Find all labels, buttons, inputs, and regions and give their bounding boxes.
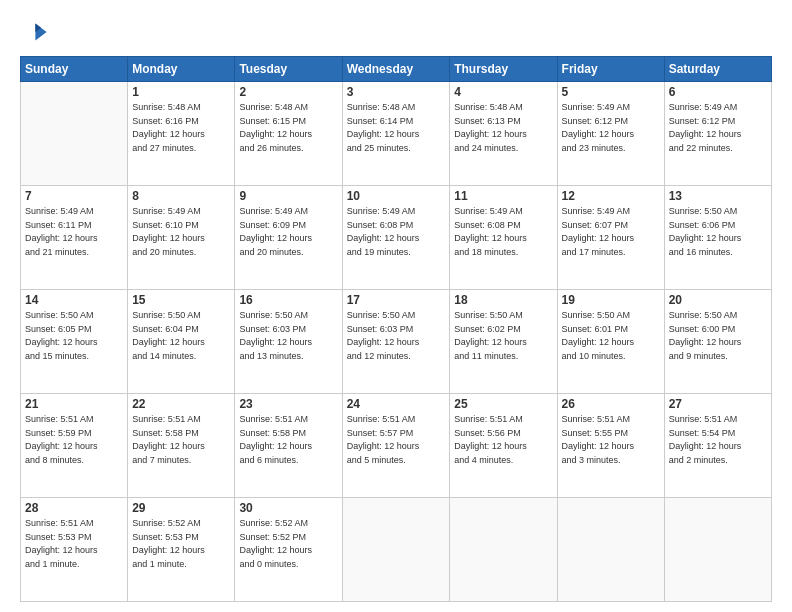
day-number: 11 — [454, 189, 552, 203]
day-number: 4 — [454, 85, 552, 99]
day-number: 28 — [25, 501, 123, 515]
calendar-cell: 8Sunrise: 5:49 AM Sunset: 6:10 PM Daylig… — [128, 186, 235, 290]
day-number: 9 — [239, 189, 337, 203]
day-number: 16 — [239, 293, 337, 307]
calendar-cell: 26Sunrise: 5:51 AM Sunset: 5:55 PM Dayli… — [557, 394, 664, 498]
calendar-cell: 11Sunrise: 5:49 AM Sunset: 6:08 PM Dayli… — [450, 186, 557, 290]
calendar-cell: 10Sunrise: 5:49 AM Sunset: 6:08 PM Dayli… — [342, 186, 450, 290]
calendar-cell — [664, 498, 771, 602]
day-number: 2 — [239, 85, 337, 99]
header — [20, 18, 772, 46]
calendar-cell: 5Sunrise: 5:49 AM Sunset: 6:12 PM Daylig… — [557, 82, 664, 186]
day-info: Sunrise: 5:51 AM Sunset: 5:53 PM Dayligh… — [25, 517, 123, 571]
calendar-cell: 19Sunrise: 5:50 AM Sunset: 6:01 PM Dayli… — [557, 290, 664, 394]
calendar-cell: 6Sunrise: 5:49 AM Sunset: 6:12 PM Daylig… — [664, 82, 771, 186]
calendar-cell — [342, 498, 450, 602]
calendar-header-row: SundayMondayTuesdayWednesdayThursdayFrid… — [21, 57, 772, 82]
col-header-sunday: Sunday — [21, 57, 128, 82]
day-info: Sunrise: 5:49 AM Sunset: 6:10 PM Dayligh… — [132, 205, 230, 259]
day-number: 24 — [347, 397, 446, 411]
day-number: 10 — [347, 189, 446, 203]
day-number: 1 — [132, 85, 230, 99]
calendar-week-4: 28Sunrise: 5:51 AM Sunset: 5:53 PM Dayli… — [21, 498, 772, 602]
calendar-cell: 18Sunrise: 5:50 AM Sunset: 6:02 PM Dayli… — [450, 290, 557, 394]
calendar-cell: 24Sunrise: 5:51 AM Sunset: 5:57 PM Dayli… — [342, 394, 450, 498]
day-info: Sunrise: 5:49 AM Sunset: 6:08 PM Dayligh… — [347, 205, 446, 259]
calendar-cell: 23Sunrise: 5:51 AM Sunset: 5:58 PM Dayli… — [235, 394, 342, 498]
calendar-cell: 2Sunrise: 5:48 AM Sunset: 6:15 PM Daylig… — [235, 82, 342, 186]
day-info: Sunrise: 5:49 AM Sunset: 6:11 PM Dayligh… — [25, 205, 123, 259]
day-number: 21 — [25, 397, 123, 411]
day-info: Sunrise: 5:50 AM Sunset: 6:04 PM Dayligh… — [132, 309, 230, 363]
day-info: Sunrise: 5:51 AM Sunset: 5:59 PM Dayligh… — [25, 413, 123, 467]
day-number: 19 — [562, 293, 660, 307]
day-info: Sunrise: 5:50 AM Sunset: 6:06 PM Dayligh… — [669, 205, 767, 259]
day-number: 5 — [562, 85, 660, 99]
calendar-cell: 21Sunrise: 5:51 AM Sunset: 5:59 PM Dayli… — [21, 394, 128, 498]
day-number: 15 — [132, 293, 230, 307]
calendar-cell: 13Sunrise: 5:50 AM Sunset: 6:06 PM Dayli… — [664, 186, 771, 290]
day-info: Sunrise: 5:51 AM Sunset: 5:58 PM Dayligh… — [239, 413, 337, 467]
col-header-wednesday: Wednesday — [342, 57, 450, 82]
day-info: Sunrise: 5:52 AM Sunset: 5:52 PM Dayligh… — [239, 517, 337, 571]
calendar-cell: 1Sunrise: 5:48 AM Sunset: 6:16 PM Daylig… — [128, 82, 235, 186]
col-header-thursday: Thursday — [450, 57, 557, 82]
day-info: Sunrise: 5:51 AM Sunset: 5:58 PM Dayligh… — [132, 413, 230, 467]
day-number: 25 — [454, 397, 552, 411]
calendar-cell: 14Sunrise: 5:50 AM Sunset: 6:05 PM Dayli… — [21, 290, 128, 394]
day-number: 30 — [239, 501, 337, 515]
calendar-cell — [450, 498, 557, 602]
calendar-cell: 22Sunrise: 5:51 AM Sunset: 5:58 PM Dayli… — [128, 394, 235, 498]
day-info: Sunrise: 5:51 AM Sunset: 5:54 PM Dayligh… — [669, 413, 767, 467]
logo-icon — [20, 18, 48, 46]
day-info: Sunrise: 5:48 AM Sunset: 6:15 PM Dayligh… — [239, 101, 337, 155]
calendar-cell: 16Sunrise: 5:50 AM Sunset: 6:03 PM Dayli… — [235, 290, 342, 394]
col-header-friday: Friday — [557, 57, 664, 82]
day-info: Sunrise: 5:51 AM Sunset: 5:57 PM Dayligh… — [347, 413, 446, 467]
day-number: 3 — [347, 85, 446, 99]
calendar-cell: 12Sunrise: 5:49 AM Sunset: 6:07 PM Dayli… — [557, 186, 664, 290]
day-info: Sunrise: 5:50 AM Sunset: 6:01 PM Dayligh… — [562, 309, 660, 363]
calendar-week-1: 7Sunrise: 5:49 AM Sunset: 6:11 PM Daylig… — [21, 186, 772, 290]
day-info: Sunrise: 5:50 AM Sunset: 6:00 PM Dayligh… — [669, 309, 767, 363]
day-number: 29 — [132, 501, 230, 515]
day-number: 23 — [239, 397, 337, 411]
calendar-cell — [557, 498, 664, 602]
day-info: Sunrise: 5:49 AM Sunset: 6:08 PM Dayligh… — [454, 205, 552, 259]
day-number: 22 — [132, 397, 230, 411]
day-number: 8 — [132, 189, 230, 203]
day-info: Sunrise: 5:48 AM Sunset: 6:13 PM Dayligh… — [454, 101, 552, 155]
day-info: Sunrise: 5:48 AM Sunset: 6:14 PM Dayligh… — [347, 101, 446, 155]
calendar-cell: 25Sunrise: 5:51 AM Sunset: 5:56 PM Dayli… — [450, 394, 557, 498]
calendar-cell: 20Sunrise: 5:50 AM Sunset: 6:00 PM Dayli… — [664, 290, 771, 394]
calendar-cell: 7Sunrise: 5:49 AM Sunset: 6:11 PM Daylig… — [21, 186, 128, 290]
day-number: 20 — [669, 293, 767, 307]
day-number: 14 — [25, 293, 123, 307]
calendar-cell: 9Sunrise: 5:49 AM Sunset: 6:09 PM Daylig… — [235, 186, 342, 290]
calendar-week-3: 21Sunrise: 5:51 AM Sunset: 5:59 PM Dayli… — [21, 394, 772, 498]
day-number: 7 — [25, 189, 123, 203]
calendar-cell: 3Sunrise: 5:48 AM Sunset: 6:14 PM Daylig… — [342, 82, 450, 186]
day-info: Sunrise: 5:48 AM Sunset: 6:16 PM Dayligh… — [132, 101, 230, 155]
col-header-monday: Monday — [128, 57, 235, 82]
page: SundayMondayTuesdayWednesdayThursdayFrid… — [0, 0, 792, 612]
day-info: Sunrise: 5:51 AM Sunset: 5:56 PM Dayligh… — [454, 413, 552, 467]
day-number: 17 — [347, 293, 446, 307]
day-number: 6 — [669, 85, 767, 99]
calendar-week-0: 1Sunrise: 5:48 AM Sunset: 6:16 PM Daylig… — [21, 82, 772, 186]
logo — [20, 18, 52, 46]
day-info: Sunrise: 5:50 AM Sunset: 6:03 PM Dayligh… — [347, 309, 446, 363]
day-number: 12 — [562, 189, 660, 203]
day-info: Sunrise: 5:49 AM Sunset: 6:12 PM Dayligh… — [562, 101, 660, 155]
col-header-tuesday: Tuesday — [235, 57, 342, 82]
day-info: Sunrise: 5:50 AM Sunset: 6:03 PM Dayligh… — [239, 309, 337, 363]
day-info: Sunrise: 5:50 AM Sunset: 6:05 PM Dayligh… — [25, 309, 123, 363]
calendar-cell — [21, 82, 128, 186]
day-info: Sunrise: 5:52 AM Sunset: 5:53 PM Dayligh… — [132, 517, 230, 571]
day-info: Sunrise: 5:51 AM Sunset: 5:55 PM Dayligh… — [562, 413, 660, 467]
calendar-table: SundayMondayTuesdayWednesdayThursdayFrid… — [20, 56, 772, 602]
calendar-cell: 30Sunrise: 5:52 AM Sunset: 5:52 PM Dayli… — [235, 498, 342, 602]
day-info: Sunrise: 5:49 AM Sunset: 6:12 PM Dayligh… — [669, 101, 767, 155]
calendar-week-2: 14Sunrise: 5:50 AM Sunset: 6:05 PM Dayli… — [21, 290, 772, 394]
calendar-cell: 4Sunrise: 5:48 AM Sunset: 6:13 PM Daylig… — [450, 82, 557, 186]
